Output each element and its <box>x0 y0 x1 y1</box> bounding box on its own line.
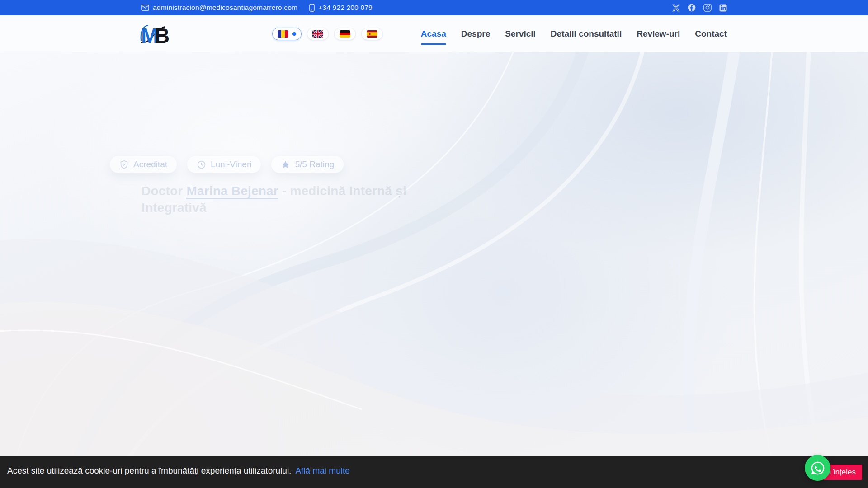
nav-item-detalii-consultatii[interactable]: Detalii consultatii <box>551 26 622 42</box>
hero-title-doctor-link[interactable]: Marina Bejenar <box>186 184 278 199</box>
badge-label: Luni-Vineri <box>211 160 251 169</box>
hero-title-prefix: Doctor <box>142 184 186 198</box>
page: { "topbar": { "email": "administracion@m… <box>0 0 868 488</box>
badge-label: Acreditat <box>133 160 167 169</box>
nav-item-acasa[interactable]: Acasa <box>421 26 446 42</box>
badge-acreditat: Acreditat <box>110 156 177 173</box>
flag-germany-icon <box>340 30 350 38</box>
instagram-icon[interactable] <box>703 4 712 12</box>
hero-background-waves <box>0 52 868 488</box>
topbar-phone-text: +34 922 200 079 <box>318 4 373 12</box>
nav-item-servicii[interactable]: Servicii <box>505 26 536 42</box>
topbar-phone[interactable]: +34 922 200 079 <box>309 4 373 12</box>
flag-spain-icon <box>367 30 377 38</box>
phone-icon <box>309 4 315 12</box>
flag-romania-icon <box>278 30 288 38</box>
nav-item-despre[interactable]: Despre <box>461 26 490 42</box>
hero-section: Acreditat Luni-Vineri 5/5 Rating Doctor … <box>0 52 868 488</box>
linkedin-icon[interactable] <box>719 4 727 12</box>
hero-title: Doctor Marina Bejenar - medicină Internă… <box>142 183 453 216</box>
nav-item-review-uri[interactable]: Review-uri <box>637 26 680 42</box>
email-icon <box>141 5 149 11</box>
star-icon <box>281 160 290 169</box>
language-romanian-button[interactable] <box>272 28 302 40</box>
language-switcher <box>272 28 383 40</box>
whatsapp-button[interactable] <box>805 455 830 481</box>
whatsapp-icon <box>810 460 826 476</box>
topbar-email-text: administracion@medicosantiagomarrero.com <box>153 4 297 12</box>
logo-letter-b: B <box>155 23 170 48</box>
nav-item-contact[interactable]: Contact <box>695 26 727 42</box>
site-logo[interactable]: M B <box>141 23 177 45</box>
cookie-message: Acest site utilizează cookie-uri pentru … <box>7 466 291 476</box>
language-spanish-button[interactable] <box>361 28 383 40</box>
cookie-learn-more-link[interactable]: Află mai multe <box>295 466 349 476</box>
topbar-email[interactable]: administracion@medicosantiagomarrero.com <box>141 4 297 12</box>
badge-label: 5/5 Rating <box>295 160 334 169</box>
topbar-social-links <box>672 4 727 12</box>
x-twitter-icon[interactable] <box>672 4 680 12</box>
clock-icon <box>197 160 206 169</box>
main-navigation: Acasa Despre Servicii Detalii consultati… <box>421 26 727 42</box>
badge-rating: 5/5 Rating <box>271 156 344 173</box>
site-header: M B Acasa Despre Servicii Detalii consul… <box>0 15 868 52</box>
cookie-banner: Acest site utilizează cookie-uri pentru … <box>0 456 868 488</box>
badge-luni-vineri: Luni-Vineri <box>187 156 261 173</box>
hero-badges: Acreditat Luni-Vineri 5/5 Rating <box>110 156 344 173</box>
selected-language-dot-icon <box>292 32 296 36</box>
facebook-icon[interactable] <box>688 4 696 12</box>
topbar: administracion@medicosantiagomarrero.com… <box>0 0 868 15</box>
shield-check-icon <box>119 160 129 169</box>
language-english-button[interactable] <box>307 28 329 40</box>
language-german-button[interactable] <box>334 28 356 40</box>
flag-uk-icon <box>312 30 323 38</box>
